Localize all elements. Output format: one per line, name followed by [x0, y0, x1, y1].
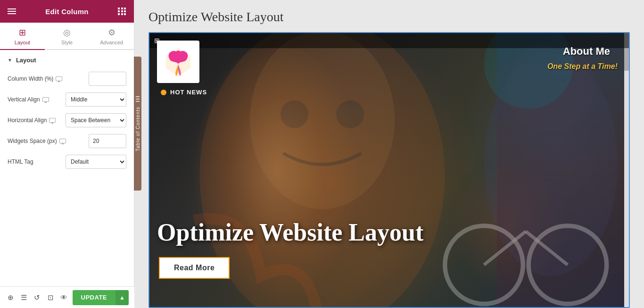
tab-layout-label: Layout — [15, 40, 30, 45]
panel-title: Edit Column — [45, 8, 89, 16]
one-step-text: One Step at a Time! — [547, 62, 618, 71]
copy-icon[interactable]: ⊡ — [46, 291, 55, 304]
logo-box — [157, 41, 199, 83]
widgets-space-label: Widgets Space (px) — [8, 138, 85, 144]
layout-section-label: Layout — [16, 57, 36, 64]
hot-news-badge: HOT NEWS — [161, 89, 207, 96]
hero-title: Optimize Website Layout — [157, 219, 621, 246]
html-tag-row: HTML Tag Default div section article — [0, 151, 134, 172]
layers-icon[interactable]: ⊕ — [6, 291, 15, 304]
canvas-top-bar: ⊞ — [149, 33, 629, 48]
main-content: Optimize Website Layout ⊞ — [134, 0, 644, 308]
svg-point-3 — [336, 100, 364, 128]
column-width-input[interactable] — [89, 72, 126, 86]
eye-icon[interactable]: 👁 — [59, 291, 68, 304]
tab-advanced-label: Advanced — [100, 40, 123, 45]
widgets-space-input[interactable] — [89, 134, 126, 148]
html-tag-select[interactable]: Default div section article — [66, 155, 126, 169]
responsive-icon-3 — [49, 118, 56, 123]
layout-tab-icon: ⊞ — [19, 27, 26, 38]
column-width-row: Column Width (%) — [0, 68, 134, 89]
vertical-align-label: Vertical Align — [8, 96, 62, 103]
canvas-area: ⊞ — [149, 32, 630, 308]
history-icon[interactable]: ☰ — [19, 291, 28, 304]
advanced-tab-icon: ⚙ — [108, 27, 116, 38]
update-btn-wrap: UPDATE ▲ — [73, 290, 129, 305]
tab-layout[interactable]: ⊞ Layout — [0, 23, 45, 50]
section-arrow: ▼ — [8, 58, 12, 63]
hamburger-icon[interactable] — [8, 8, 16, 14]
tab-style-label: Style — [61, 40, 73, 45]
panel-content: ▼ Layout Column Width (%) Vertical Align… — [0, 50, 134, 288]
svg-point-1 — [250, 33, 395, 209]
vertical-align-row: Vertical Align Top Middle Bottom — [0, 89, 134, 110]
tab-style[interactable]: ◎ Style — [45, 23, 90, 49]
page-title: Optimize Website Layout — [149, 9, 630, 25]
toc-lines — [136, 96, 140, 102]
logo-svg — [162, 45, 195, 78]
svg-point-2 — [281, 100, 308, 128]
hot-dot — [161, 90, 166, 95]
undo-icon[interactable]: ↺ — [33, 291, 42, 304]
horizontal-align-select[interactable]: Left Center Right Space Between Space Ar… — [66, 113, 126, 127]
vertical-align-select[interactable]: Top Middle Bottom — [66, 92, 126, 107]
html-tag-label: HTML Tag — [8, 158, 62, 165]
responsive-icon — [56, 76, 62, 81]
horizontal-align-label: Horizontal Align — [8, 117, 62, 124]
layout-section-header[interactable]: ▼ Layout — [0, 50, 134, 68]
grid-icon[interactable] — [118, 8, 126, 15]
bottom-toolbar: ⊕ ☰ ↺ ⊡ 👁 UPDATE ▲ — [0, 286, 134, 308]
update-button[interactable]: UPDATE — [73, 290, 116, 305]
update-caret-button[interactable]: ▲ — [116, 290, 129, 305]
responsive-icon-4 — [59, 139, 66, 143]
panel-tabs: ⊞ Layout ◎ Style ⚙ Advanced — [0, 23, 134, 50]
horizontal-align-row: Horizontal Align Left Center Right Space… — [0, 110, 134, 131]
about-me-text: About Me — [563, 45, 610, 58]
toc-tab[interactable]: Table of Contents — [134, 57, 141, 191]
panel-header: Edit Column — [0, 0, 134, 23]
style-tab-icon: ◎ — [63, 27, 71, 38]
column-width-label: Column Width (%) — [8, 75, 85, 82]
responsive-icon-2 — [42, 97, 49, 102]
hot-news-label: HOT NEWS — [170, 89, 207, 96]
edit-column-panel: Edit Column ⊞ Layout ◎ Style ⚙ Advanced … — [0, 0, 134, 308]
widgets-space-row: Widgets Space (px) — [0, 131, 134, 151]
read-more-button[interactable]: Read More — [159, 257, 230, 279]
tab-advanced[interactable]: ⚙ Advanced — [89, 23, 134, 49]
toc-label: Table of Contents — [135, 107, 140, 151]
scrollbar-track — [624, 33, 629, 307]
